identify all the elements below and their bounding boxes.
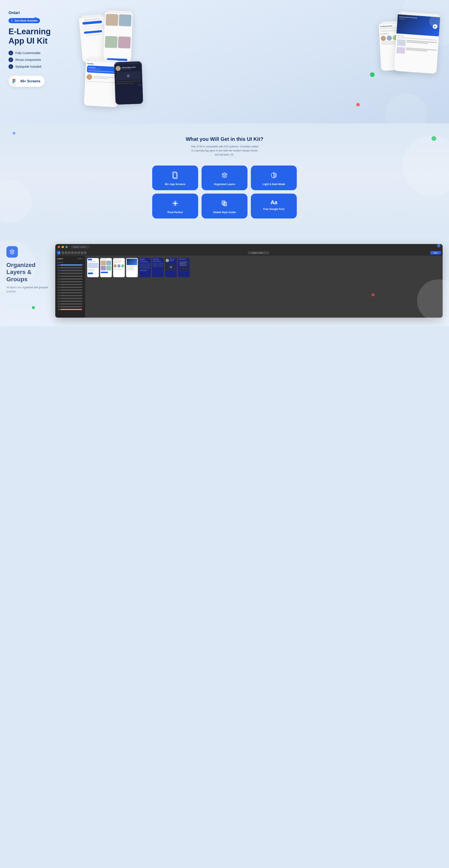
feature-card-pixel-perfect: Pixel Perfect xyxy=(152,194,198,218)
brand-name: Ontari xyxy=(8,11,72,15)
decorative-dot-green-org xyxy=(32,306,35,309)
phone-mockup-6: 9:41 CHRISTOPHER HARITZ Teacher Psycholo… xyxy=(114,61,143,105)
hero-section: Ontari ☾ Dark Mode Available E-Learning … xyxy=(0,0,449,123)
app-screens-icon xyxy=(171,172,179,180)
figma-logo xyxy=(10,78,18,85)
screen-thumb-6 xyxy=(152,258,164,277)
feature-card-label-6: Free Google Font xyxy=(263,208,284,211)
figma-tab-label: Ontari – UI Kit ↔ xyxy=(71,245,90,249)
moon-icon: ☾ xyxy=(11,19,13,22)
feature-card-light-dark: Light & Dark Mode xyxy=(251,165,297,190)
feature-item-2: ✓ Reuse components xyxy=(8,57,72,62)
feature-card-style-guide: Global Style Guide xyxy=(201,194,248,218)
layer-item[interactable] xyxy=(57,281,83,282)
features-grid: 60+ App Screens Organized Layers xyxy=(152,165,297,218)
figma-expand-dot xyxy=(65,246,68,248)
google-font-icon: Aa xyxy=(270,199,277,205)
check-icon-3: ✓ xyxy=(8,64,13,69)
what-title: What you Will Get in this UI Kit? xyxy=(8,136,441,142)
dark-mode-badge: ☾ Dark Mode Available xyxy=(8,18,40,23)
decorative-dot-small-blue xyxy=(13,132,15,134)
figma-titlebar: Ontari – UI Kit ↔ xyxy=(55,244,443,250)
what-section: What you Will Get in this UI Kit? This U… xyxy=(0,123,449,231)
what-blob-1 xyxy=(402,136,449,196)
layer-item[interactable] xyxy=(57,284,83,285)
feature-item-3: ✓ Styleguide Included xyxy=(8,64,72,69)
screen-thumb-1 xyxy=(87,258,99,277)
layer-item[interactable] xyxy=(57,309,83,310)
feature-card-app-screens: 60+ App Screens xyxy=(152,165,198,190)
layer-item[interactable] xyxy=(57,275,83,277)
layer-item[interactable] xyxy=(57,292,83,293)
phone-mockup-2: 9:41 xyxy=(103,10,133,62)
figma-sidebar-header: Layers Pages ▾ xyxy=(57,258,83,260)
layer-item[interactable] xyxy=(57,298,83,299)
dark-mode-label: Dark Mode Available xyxy=(15,19,37,22)
check-icon-1: ✓ xyxy=(8,51,13,55)
layer-item[interactable] xyxy=(57,264,83,266)
hero-title: E-Learning App UI Kit xyxy=(8,27,72,45)
screen-thumb-8 xyxy=(178,258,190,277)
light-dark-icon xyxy=(270,172,278,180)
screens-count: 60+ Screens xyxy=(21,80,40,83)
what-subtitle: This UI Kit is compatible with iOS syste… xyxy=(191,145,258,157)
layer-item[interactable] xyxy=(57,306,83,308)
screen-thumb-4 xyxy=(126,258,138,277)
layer-item[interactable] xyxy=(57,278,83,280)
decorative-dot-blue-org xyxy=(437,244,441,247)
feature-card-organized-layers: Organized Layers xyxy=(201,165,248,190)
pixel-perfect-icon xyxy=(171,199,179,208)
style-guide-icon xyxy=(221,199,228,208)
figma-close-dot xyxy=(58,246,60,248)
layer-item[interactable] xyxy=(57,286,83,288)
figma-mockup: Ontari – UI Kit ↔ xyxy=(55,244,443,318)
phone-mockups-area: 9:41 9:41 xyxy=(76,8,441,111)
layer-item[interactable] xyxy=(57,267,83,269)
layer-item[interactable] xyxy=(57,300,83,302)
layer-item[interactable] xyxy=(57,303,83,305)
feature-list: ✓ Fully Customizable ✓ Reuse components … xyxy=(8,51,72,69)
phone-mockup-4: 9:41 Introduce Mentor and Course Psychol… xyxy=(394,11,440,73)
figma-minimize-dot xyxy=(62,246,64,248)
screen-thumb-3 xyxy=(113,258,125,277)
layer-item[interactable] xyxy=(57,273,83,274)
feature-card-label-2: Organized Layers xyxy=(214,183,235,186)
layer-item[interactable] xyxy=(57,294,83,297)
decorative-dot-red-org xyxy=(372,293,375,297)
check-icon-2: ✓ xyxy=(8,57,13,62)
feature-card-label-3: Light & Dark Mode xyxy=(262,183,285,186)
feature-card-label-4: Pixel Perfect xyxy=(167,211,183,214)
organized-layers-icon xyxy=(221,172,228,180)
feature-item-1: ✓ Fully Customizable xyxy=(8,51,72,55)
svg-point-3 xyxy=(174,203,176,204)
layer-item[interactable] xyxy=(57,289,83,291)
screen-thumb-7: ▶ xyxy=(165,258,177,277)
feature-card-label-5: Global Style Guide xyxy=(213,211,236,214)
hero-left-panel: Ontari ☾ Dark Mode Available E-Learning … xyxy=(8,8,72,87)
screens-badge: 60+ Screens xyxy=(8,76,45,87)
figma-canvas: ▶ xyxy=(85,256,443,318)
organized-right-panel: Ontari – UI Kit ↔ xyxy=(55,244,443,318)
layer-item[interactable] xyxy=(57,270,83,272)
figma-body: Layers Pages ▾ Pages xyxy=(55,256,443,318)
screen-thumb-2 xyxy=(100,258,112,277)
svg-rect-6 xyxy=(224,202,227,206)
organized-section: Organized Layers & Groups All layers are… xyxy=(0,231,449,326)
feature-card-google-font: Aa Free Google Font xyxy=(251,194,297,218)
screen-thumb-5 xyxy=(139,258,151,277)
figma-layers-panel: Layers Pages ▾ Pages xyxy=(55,256,85,318)
feature-card-label-1: 60+ App Screens xyxy=(165,183,186,186)
what-blob-2 xyxy=(0,180,32,223)
